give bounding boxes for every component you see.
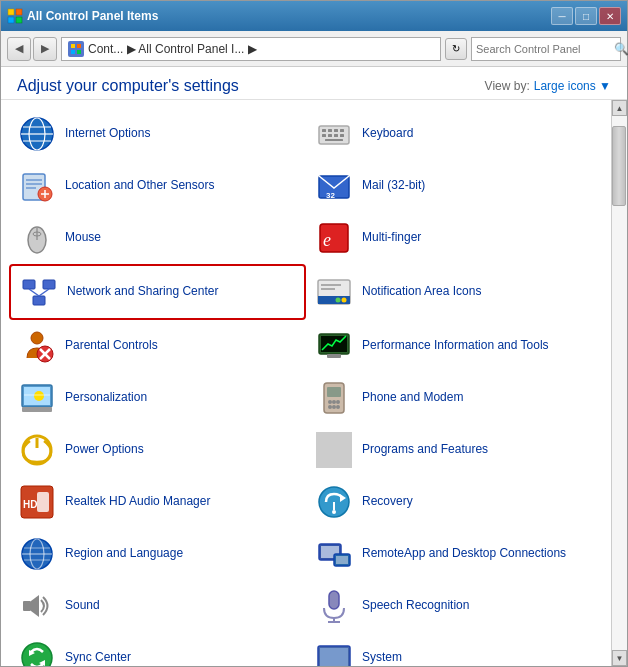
- label-internet-options: Internet Options: [65, 126, 150, 142]
- grid-item-mail[interactable]: 32Mail (32-bit): [306, 160, 603, 212]
- icon-system: [316, 640, 352, 666]
- svg-line-41: [39, 289, 49, 296]
- svg-rect-5: [77, 44, 81, 48]
- label-mouse: Mouse: [65, 230, 101, 246]
- grid-item-power-options[interactable]: Power Options: [9, 424, 306, 476]
- svg-point-63: [332, 400, 336, 404]
- label-system: System: [362, 650, 402, 666]
- scroll-thumb[interactable]: [612, 126, 626, 206]
- icon-sync-center: [19, 640, 55, 666]
- grid-item-system[interactable]: System: [306, 632, 603, 666]
- svg-rect-7: [77, 50, 81, 54]
- grid-item-multifinger[interactable]: eMulti-finger: [306, 212, 603, 264]
- svg-line-40: [29, 289, 39, 296]
- grid-item-personalization[interactable]: Personalization: [9, 372, 306, 424]
- grid-item-internet-options[interactable]: Internet Options: [9, 108, 306, 160]
- grid-item-programs-features[interactable]: Programs and Features: [306, 424, 603, 476]
- icon-programs-features: [316, 432, 352, 468]
- window-title: All Control Panel Items: [27, 9, 158, 23]
- icon-location-sensors: [19, 168, 55, 204]
- minimize-button[interactable]: ─: [551, 7, 573, 25]
- icon-remoteapp: [316, 536, 352, 572]
- grid-item-notification-icons[interactable]: Notification Area Icons: [306, 264, 603, 320]
- svg-rect-73: [37, 492, 49, 512]
- icon-personalization: [19, 380, 55, 416]
- svg-rect-70: [316, 432, 352, 468]
- icon-recovery: [316, 484, 352, 520]
- svg-rect-61: [327, 387, 341, 397]
- address-icon: [68, 41, 84, 57]
- label-network-sharing: Network and Sharing Center: [67, 284, 218, 300]
- grid-item-remoteapp[interactable]: RemoteApp and Desktop Connections: [306, 528, 603, 580]
- label-parental-controls: Parental Controls: [65, 338, 158, 354]
- svg-rect-46: [321, 284, 341, 286]
- grid-item-performance[interactable]: Performance Information and Tools: [306, 320, 603, 372]
- back-button[interactable]: ◀: [7, 37, 31, 61]
- view-by-dropdown[interactable]: Large icons ▼: [534, 79, 611, 93]
- grid-item-sound[interactable]: Sound: [9, 580, 306, 632]
- svg-point-64: [336, 400, 340, 404]
- address-path[interactable]: Cont... ▶ All Control Panel I... ▶: [61, 37, 441, 61]
- svg-rect-38: [43, 280, 55, 289]
- grid-item-parental-controls[interactable]: Parental Controls: [9, 320, 306, 372]
- svg-rect-2: [8, 17, 14, 23]
- svg-rect-18: [322, 134, 326, 137]
- label-speech-recognition: Speech Recognition: [362, 598, 469, 614]
- view-by-label: View by:: [485, 79, 530, 93]
- page-title: Adjust your computer's settings: [17, 77, 239, 95]
- label-region-language: Region and Language: [65, 546, 183, 562]
- svg-rect-96: [320, 648, 348, 666]
- svg-rect-21: [340, 134, 344, 137]
- grid-item-location-sensors[interactable]: Location and Other Sensors: [9, 160, 306, 212]
- svg-point-62: [328, 400, 332, 404]
- label-phone-modem: Phone and Modem: [362, 390, 463, 406]
- svg-rect-22: [325, 139, 343, 141]
- svg-point-66: [332, 405, 336, 409]
- label-multifinger: Multi-finger: [362, 230, 421, 246]
- search-box[interactable]: 🔍: [471, 37, 621, 61]
- address-text: Cont... ▶ All Control Panel I... ▶: [88, 42, 257, 56]
- icon-mail: 32: [316, 168, 352, 204]
- grid-item-speech-recognition[interactable]: Speech Recognition: [306, 580, 603, 632]
- icon-multifinger: e: [316, 220, 352, 256]
- svg-rect-1: [16, 9, 22, 15]
- svg-rect-19: [328, 134, 332, 137]
- grid-item-network-sharing[interactable]: Network and Sharing Center: [9, 264, 306, 320]
- title-bar: All Control Panel Items ─ □ ✕: [1, 1, 627, 31]
- grid-item-phone-modem[interactable]: Phone and Modem: [306, 372, 603, 424]
- refresh-button[interactable]: ↻: [445, 38, 467, 60]
- view-by-control: View by: Large icons ▼: [485, 79, 611, 93]
- svg-rect-39: [33, 296, 45, 305]
- svg-rect-4: [71, 44, 75, 48]
- svg-rect-14: [322, 129, 326, 132]
- svg-rect-47: [321, 288, 335, 290]
- title-bar-left: All Control Panel Items: [7, 8, 158, 24]
- search-icon[interactable]: 🔍: [614, 42, 628, 56]
- grid-item-recovery[interactable]: Recovery: [306, 476, 603, 528]
- main-content: Adjust your computer's settings View by:…: [1, 67, 627, 666]
- maximize-button[interactable]: □: [575, 7, 597, 25]
- label-programs-features: Programs and Features: [362, 442, 488, 458]
- grid-item-sync-center[interactable]: Sync Center: [9, 632, 306, 666]
- grid-item-realtek-audio[interactable]: HDRealtek HD Audio Manager: [9, 476, 306, 528]
- icon-speech-recognition: [316, 588, 352, 624]
- icon-internet-options: [19, 116, 55, 152]
- grid-item-keyboard[interactable]: Keyboard: [306, 108, 603, 160]
- forward-button[interactable]: ▶: [33, 37, 57, 61]
- svg-rect-58: [24, 394, 50, 396]
- close-button[interactable]: ✕: [599, 7, 621, 25]
- scrollbar: ▲ ▼: [611, 100, 627, 666]
- icon-mouse: [19, 220, 55, 256]
- svg-rect-59: [22, 407, 52, 412]
- label-location-sensors: Location and Other Sensors: [65, 178, 214, 194]
- items-grid: Internet OptionsKeyboardLocation and Oth…: [1, 100, 611, 666]
- scroll-track: [612, 116, 627, 650]
- search-input[interactable]: [476, 43, 614, 55]
- scroll-down[interactable]: ▼: [612, 650, 627, 666]
- grid-item-mouse[interactable]: Mouse: [9, 212, 306, 264]
- nav-buttons: ◀ ▶: [7, 37, 57, 61]
- label-notification-icons: Notification Area Icons: [362, 284, 481, 300]
- scroll-up[interactable]: ▲: [612, 100, 627, 116]
- grid-item-region-language[interactable]: Region and Language: [9, 528, 306, 580]
- icon-network-sharing: [21, 274, 57, 310]
